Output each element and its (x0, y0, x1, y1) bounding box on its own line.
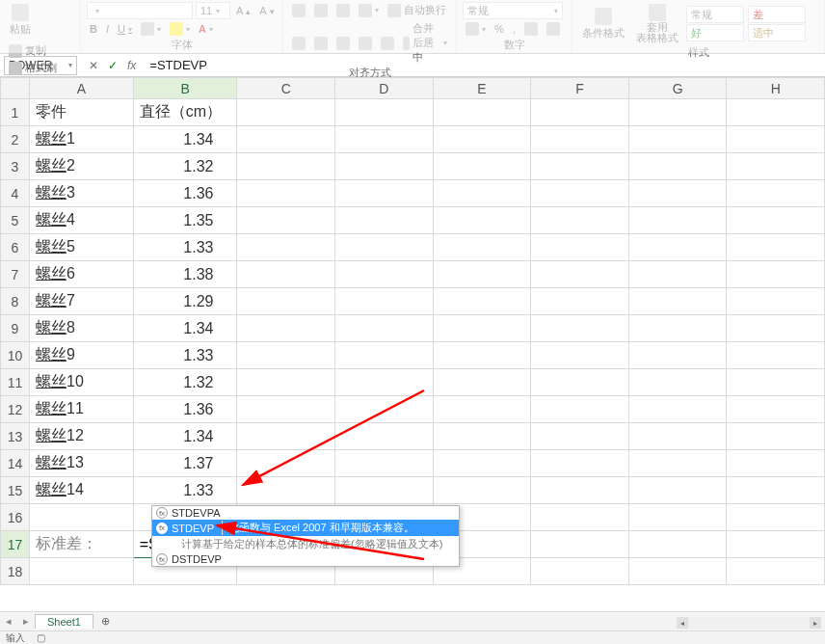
cell[interactable] (335, 315, 434, 342)
scroll-right-button[interactable]: ▸ (810, 617, 821, 629)
cell[interactable]: 螺丝5 (29, 234, 133, 261)
cell[interactable] (237, 369, 335, 396)
row-header[interactable]: 11 (1, 369, 30, 396)
cell[interactable] (237, 477, 335, 504)
cell[interactable] (29, 504, 133, 531)
indent-dec-button[interactable] (356, 20, 375, 66)
cell[interactable] (531, 396, 629, 423)
cell[interactable]: 1.38 (133, 261, 237, 288)
cell[interactable] (237, 126, 335, 153)
cell[interactable] (727, 261, 825, 288)
cell[interactable] (335, 234, 434, 261)
cell[interactable] (727, 99, 825, 126)
cell[interactable] (531, 450, 629, 477)
style-bad[interactable]: 差 (748, 6, 806, 23)
col-header-G[interactable]: G (628, 78, 727, 99)
cell[interactable] (531, 342, 629, 369)
cell[interactable] (628, 99, 727, 126)
row-header[interactable]: 17 (1, 531, 30, 558)
conditional-format-button[interactable]: 条件格式 (578, 6, 628, 42)
paste-button[interactable]: 粘贴 (6, 2, 35, 39)
cell[interactable]: 螺丝1 (29, 126, 133, 153)
currency-button[interactable]: ▾ (463, 21, 489, 37)
indent-inc-button[interactable] (378, 20, 397, 66)
cell[interactable] (628, 369, 727, 396)
cell[interactable] (727, 477, 825, 504)
cell[interactable] (628, 342, 727, 369)
increase-font-button[interactable]: A▴ (233, 2, 253, 19)
format-painter-button[interactable]: 格式刷 (6, 60, 60, 76)
cell[interactable] (433, 99, 531, 126)
cell[interactable] (335, 450, 434, 477)
col-header-D[interactable]: D (335, 78, 434, 99)
cell[interactable] (433, 288, 531, 315)
cell[interactable]: 1.33 (133, 477, 237, 504)
col-header-E[interactable]: E (433, 78, 531, 99)
cell[interactable] (531, 180, 629, 207)
font-size-combo[interactable]: 11▾ (196, 2, 230, 19)
inc-decimal-button[interactable] (521, 21, 541, 37)
align-middle-button[interactable] (311, 2, 331, 18)
percent-button[interactable]: % (492, 21, 507, 37)
cell[interactable] (531, 234, 629, 261)
cell[interactable] (531, 288, 629, 315)
cell[interactable] (237, 234, 335, 261)
cell[interactable] (727, 558, 825, 585)
cell[interactable]: 螺丝13 (29, 450, 133, 477)
cell[interactable]: 1.32 (133, 369, 237, 396)
cell[interactable] (237, 207, 335, 234)
cell[interactable] (727, 234, 825, 261)
bold-button[interactable]: B (87, 21, 100, 37)
style-good[interactable]: 好 (686, 24, 744, 41)
cell[interactable] (531, 477, 629, 504)
font-color-button[interactable]: A▾ (196, 21, 216, 37)
font-name-combo[interactable]: ▾ (87, 2, 193, 19)
cell[interactable]: 标准差： (29, 531, 133, 558)
cell[interactable] (335, 126, 434, 153)
cell[interactable] (628, 423, 727, 450)
merge-center-button[interactable]: 合并后居中▾ (400, 20, 450, 66)
align-right-button[interactable] (333, 20, 353, 66)
cell[interactable] (433, 315, 531, 342)
cell[interactable] (237, 315, 335, 342)
cell[interactable] (628, 261, 727, 288)
col-header-C[interactable]: C (237, 78, 335, 99)
row-header[interactable]: 8 (1, 288, 30, 315)
row-header[interactable]: 6 (1, 234, 30, 261)
cell[interactable] (531, 315, 629, 342)
cell[interactable] (628, 234, 727, 261)
cell[interactable]: 直径（cm） (133, 99, 237, 126)
cell[interactable] (628, 315, 727, 342)
cell[interactable] (531, 261, 629, 288)
cell[interactable]: 螺丝11 (29, 396, 133, 423)
cell[interactable] (433, 396, 531, 423)
wrap-text-button[interactable]: 自动换行 (385, 2, 449, 18)
macro-record-icon[interactable]: ▢ (37, 632, 45, 643)
cell[interactable] (628, 558, 727, 585)
autocomplete-item[interactable]: fxSTDEVPA (152, 506, 459, 520)
cell[interactable] (727, 153, 825, 180)
cell[interactable]: 螺丝14 (29, 477, 133, 504)
cell[interactable]: 螺丝9 (29, 342, 133, 369)
border-button[interactable]: ▾ (138, 21, 164, 37)
decrease-font-button[interactable]: A▾ (256, 2, 277, 19)
cell[interactable] (531, 504, 629, 531)
italic-button[interactable]: I (103, 21, 112, 37)
cell[interactable] (29, 558, 133, 585)
cell[interactable] (433, 180, 531, 207)
cell[interactable] (628, 396, 727, 423)
sheet-nav-prev[interactable]: ◂ (0, 615, 17, 628)
autocomplete-item[interactable]: fxDSTDEVP (152, 552, 459, 566)
cell[interactable] (335, 342, 434, 369)
row-header[interactable]: 13 (1, 423, 30, 450)
align-center-button[interactable] (311, 20, 331, 66)
row-header[interactable]: 15 (1, 477, 30, 504)
cell[interactable] (433, 126, 531, 153)
cell[interactable] (335, 423, 434, 450)
cell[interactable]: 螺丝4 (29, 207, 133, 234)
copy-button[interactable]: 复制 (6, 42, 60, 59)
cell[interactable] (433, 342, 531, 369)
cell[interactable] (531, 126, 629, 153)
cell[interactable] (237, 342, 335, 369)
cell[interactable] (433, 261, 531, 288)
